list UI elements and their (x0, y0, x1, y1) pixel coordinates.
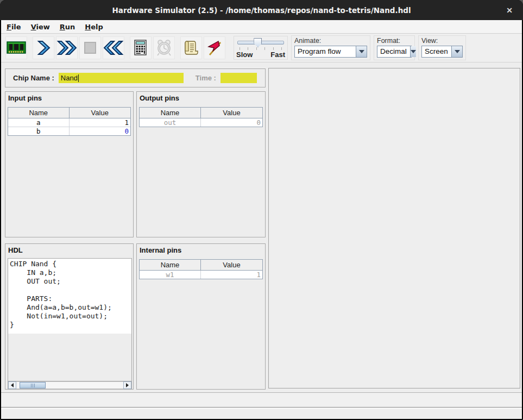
view-label: View: (421, 37, 463, 45)
internal-pins-table: Name Value w1 1 (139, 259, 263, 279)
hdl-panel: HDL CHIP Nand { IN a,b; OUT out; PARTS: … (5, 243, 134, 390)
column-header-name: Name (8, 108, 70, 118)
chevron-down-icon (359, 50, 364, 53)
output-pins-table: Name Value out 0 (139, 107, 263, 127)
menu-run[interactable]: Run (59, 21, 81, 33)
stop-button[interactable] (79, 36, 101, 59)
stop-icon (83, 41, 97, 55)
menubar: File View Run Help (1, 20, 522, 34)
chip-name-label: Chip Name : (13, 74, 54, 82)
clock-button[interactable] (153, 36, 175, 59)
pin-name: w1 (140, 271, 201, 279)
table-row: w1 1 (140, 271, 262, 279)
pin-value[interactable]: 1 (201, 271, 262, 279)
slider-fast-label: Fast (270, 51, 285, 59)
breakpoints-button[interactable] (204, 36, 225, 59)
hdl-title: HDL (5, 244, 133, 256)
evaluate-button[interactable] (130, 36, 152, 59)
scroll-right-button[interactable] (123, 381, 131, 389)
animate-select[interactable]: Program flow (294, 46, 367, 58)
animate-group: Animate: Program flow (291, 35, 370, 60)
pin-value[interactable]: 0 (201, 118, 262, 127)
chip-display-area (268, 68, 520, 388)
chip-header-panel: Chip Name : Nand Time : (5, 68, 266, 87)
window-frame: File View Run Help (1, 20, 522, 419)
bottom-strip (1, 408, 522, 419)
pin-name: out (140, 118, 201, 127)
hdl-horizontal-scrollbar[interactable] (8, 381, 131, 389)
table-row: out 0 (140, 118, 262, 127)
slider-thumb[interactable] (254, 38, 262, 47)
hardware-simulator-window: Hardware Simulator (2.5) - /home/thomas/… (0, 0, 523, 420)
animate-label: Animate: (294, 37, 367, 45)
triangle-right-icon (126, 383, 129, 387)
input-pins-table: Name Value a 1 b 0 (8, 107, 131, 136)
menu-help[interactable]: Help (84, 21, 108, 33)
input-pins-panel: Input pins Name Value a 1 b 0 (5, 91, 134, 237)
column-header-name: Name (140, 260, 201, 270)
output-pins-title: Output pins (137, 92, 265, 104)
toolbar: Slow Fast Animate: Program flow Format: … (1, 34, 522, 62)
speed-slider-group: Slow Fast (234, 36, 288, 60)
chevron-down-icon (455, 50, 460, 53)
table-row: b 0 (8, 127, 130, 136)
single-step-icon (36, 40, 51, 56)
run-button[interactable] (56, 36, 78, 59)
run-icon (56, 40, 77, 56)
internal-pins-title: Internal pins (137, 244, 265, 256)
scroll-left-button[interactable] (8, 381, 16, 389)
pin-name: b (8, 127, 70, 135)
chevron-down-icon (411, 50, 416, 53)
time-label: Time : (196, 74, 216, 82)
reset-button[interactable] (103, 36, 124, 59)
close-icon[interactable]: ✕ (503, 4, 515, 16)
status-bar (1, 392, 522, 408)
menu-file[interactable]: File (5, 21, 27, 33)
pin-value[interactable]: 1 (70, 118, 131, 127)
window-title: Hardware Simulator (2.5) - /home/thomas/… (112, 6, 411, 15)
load-chip-button[interactable] (5, 36, 27, 59)
animate-dropdown-button[interactable] (356, 46, 367, 57)
view-select[interactable]: Screen (421, 46, 463, 58)
column-header-value: Value (201, 108, 262, 118)
column-header-value: Value (201, 260, 262, 270)
pin-name: a (8, 118, 70, 127)
text-caret (78, 74, 79, 82)
script-scroll-icon (183, 39, 199, 57)
hdl-viewport: CHIP Nand { IN a,b; OUT out; PARTS: And(… (8, 258, 132, 390)
hdl-code[interactable]: CHIP Nand { IN a,b; OUT out; PARTS: And(… (8, 259, 131, 334)
scrollbar-thumb[interactable] (20, 382, 46, 388)
format-dropdown-button[interactable] (410, 46, 416, 57)
column-header-value: Value (70, 108, 131, 118)
calculator-icon (133, 39, 148, 57)
rewind-icon (103, 40, 124, 56)
titlebar: Hardware Simulator (2.5) - /home/thomas/… (0, 0, 523, 20)
table-row: a 1 (8, 118, 130, 127)
view-selected-value: Screen (422, 46, 451, 57)
single-step-button[interactable] (33, 36, 54, 59)
output-pins-panel: Output pins Name Value out 0 (136, 91, 266, 237)
input-pins-title: Input pins (5, 92, 133, 104)
speed-slider[interactable] (236, 37, 285, 47)
format-group: Format: Decimal (374, 35, 415, 60)
slider-slow-label: Slow (236, 51, 253, 59)
alarm-clock-icon (156, 39, 172, 57)
time-input[interactable] (220, 73, 257, 83)
view-group: View: Screen (418, 35, 466, 60)
chip-name-input[interactable]: Nand (59, 73, 184, 83)
menu-view[interactable]: View (30, 21, 55, 33)
animate-selected-value: Program flow (295, 46, 356, 57)
chip-name-value: Nand (59, 74, 78, 82)
internal-pins-panel: Internal pins Name Value w1 1 (136, 243, 266, 390)
triangle-left-icon (11, 383, 14, 387)
column-header-name: Name (140, 108, 201, 118)
memory-chip-icon (7, 41, 26, 55)
format-select[interactable]: Decimal (377, 46, 412, 58)
pin-value[interactable]: 0 (70, 127, 131, 135)
format-label: Format: (377, 37, 412, 45)
view-dropdown-button[interactable] (451, 46, 462, 57)
view-script-button[interactable] (180, 36, 202, 59)
red-flag-icon (206, 39, 223, 57)
scrollbar-track[interactable] (16, 381, 123, 389)
format-selected-value: Decimal (377, 46, 410, 57)
